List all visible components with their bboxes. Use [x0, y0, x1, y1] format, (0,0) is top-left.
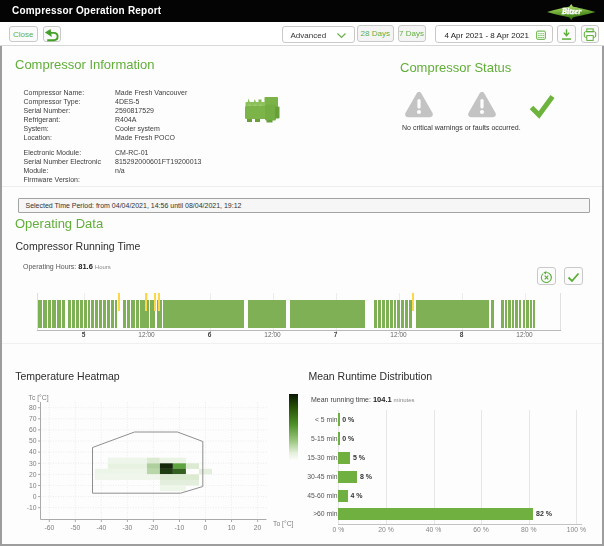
svg-text:-60: -60	[44, 524, 54, 531]
svg-text:80: 80	[29, 404, 37, 411]
svg-text:10: 10	[228, 524, 236, 531]
svg-text:To [°C]: To [°C]	[273, 520, 294, 528]
svg-text:-50: -50	[70, 524, 80, 531]
svg-text:20: 20	[29, 471, 37, 478]
svg-text:-20: -20	[148, 524, 158, 531]
svg-text:10: 10	[29, 482, 37, 489]
svg-text:-40: -40	[96, 524, 106, 531]
svg-text:40: 40	[29, 448, 37, 455]
svg-text:0: 0	[204, 524, 208, 531]
svg-text:Tc [°C]: Tc [°C]	[29, 394, 49, 402]
svg-text:0: 0	[33, 493, 37, 500]
svg-text:60: 60	[29, 426, 37, 433]
svg-text:30: 30	[29, 460, 37, 467]
svg-text:20: 20	[254, 524, 262, 531]
svg-text:-30: -30	[122, 524, 132, 531]
svg-text:-10: -10	[27, 504, 37, 511]
svg-text:50: 50	[29, 437, 37, 444]
svg-text:70: 70	[29, 415, 37, 422]
svg-text:-10: -10	[175, 524, 185, 531]
